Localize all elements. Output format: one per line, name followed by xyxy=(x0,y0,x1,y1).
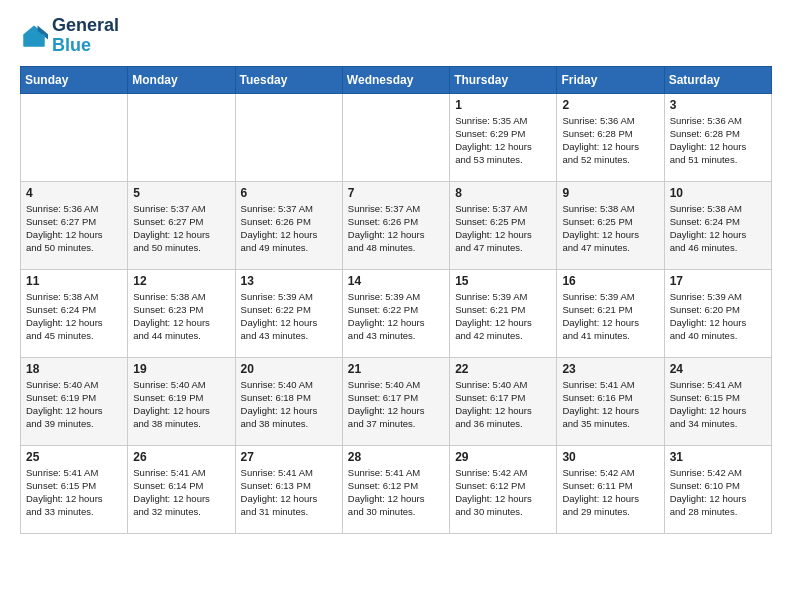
day-detail: Sunrise: 5:42 AM Sunset: 6:11 PM Dayligh… xyxy=(562,466,658,519)
calendar-cell: 1Sunrise: 5:35 AM Sunset: 6:29 PM Daylig… xyxy=(450,93,557,181)
day-detail: Sunrise: 5:42 AM Sunset: 6:12 PM Dayligh… xyxy=(455,466,551,519)
calendar-week-row: 18Sunrise: 5:40 AM Sunset: 6:19 PM Dayli… xyxy=(21,357,772,445)
calendar-cell: 5Sunrise: 5:37 AM Sunset: 6:27 PM Daylig… xyxy=(128,181,235,269)
calendar-cell: 3Sunrise: 5:36 AM Sunset: 6:28 PM Daylig… xyxy=(664,93,771,181)
day-detail: Sunrise: 5:36 AM Sunset: 6:28 PM Dayligh… xyxy=(562,114,658,167)
day-detail: Sunrise: 5:37 AM Sunset: 6:26 PM Dayligh… xyxy=(348,202,444,255)
day-detail: Sunrise: 5:39 AM Sunset: 6:21 PM Dayligh… xyxy=(455,290,551,343)
day-number: 16 xyxy=(562,274,658,288)
calendar-cell: 2Sunrise: 5:36 AM Sunset: 6:28 PM Daylig… xyxy=(557,93,664,181)
calendar-cell: 11Sunrise: 5:38 AM Sunset: 6:24 PM Dayli… xyxy=(21,269,128,357)
calendar-cell xyxy=(342,93,449,181)
calendar-cell xyxy=(21,93,128,181)
weekday-header: Monday xyxy=(128,66,235,93)
calendar-cell: 24Sunrise: 5:41 AM Sunset: 6:15 PM Dayli… xyxy=(664,357,771,445)
day-detail: Sunrise: 5:41 AM Sunset: 6:13 PM Dayligh… xyxy=(241,466,337,519)
calendar-week-row: 25Sunrise: 5:41 AM Sunset: 6:15 PM Dayli… xyxy=(21,445,772,533)
day-detail: Sunrise: 5:38 AM Sunset: 6:24 PM Dayligh… xyxy=(670,202,766,255)
day-number: 8 xyxy=(455,186,551,200)
day-detail: Sunrise: 5:40 AM Sunset: 6:17 PM Dayligh… xyxy=(348,378,444,431)
day-detail: Sunrise: 5:41 AM Sunset: 6:15 PM Dayligh… xyxy=(26,466,122,519)
day-number: 11 xyxy=(26,274,122,288)
calendar-cell: 26Sunrise: 5:41 AM Sunset: 6:14 PM Dayli… xyxy=(128,445,235,533)
day-detail: Sunrise: 5:40 AM Sunset: 6:19 PM Dayligh… xyxy=(133,378,229,431)
calendar-cell: 15Sunrise: 5:39 AM Sunset: 6:21 PM Dayli… xyxy=(450,269,557,357)
weekday-header: Saturday xyxy=(664,66,771,93)
day-number: 20 xyxy=(241,362,337,376)
day-number: 12 xyxy=(133,274,229,288)
calendar-cell: 13Sunrise: 5:39 AM Sunset: 6:22 PM Dayli… xyxy=(235,269,342,357)
weekday-header: Thursday xyxy=(450,66,557,93)
day-number: 4 xyxy=(26,186,122,200)
day-detail: Sunrise: 5:39 AM Sunset: 6:20 PM Dayligh… xyxy=(670,290,766,343)
calendar-cell: 12Sunrise: 5:38 AM Sunset: 6:23 PM Dayli… xyxy=(128,269,235,357)
day-number: 21 xyxy=(348,362,444,376)
weekday-header: Sunday xyxy=(21,66,128,93)
day-number: 9 xyxy=(562,186,658,200)
calendar-header-row: SundayMondayTuesdayWednesdayThursdayFrid… xyxy=(21,66,772,93)
day-number: 15 xyxy=(455,274,551,288)
calendar-week-row: 11Sunrise: 5:38 AM Sunset: 6:24 PM Dayli… xyxy=(21,269,772,357)
day-number: 23 xyxy=(562,362,658,376)
calendar-cell: 20Sunrise: 5:40 AM Sunset: 6:18 PM Dayli… xyxy=(235,357,342,445)
calendar-cell: 29Sunrise: 5:42 AM Sunset: 6:12 PM Dayli… xyxy=(450,445,557,533)
day-detail: Sunrise: 5:35 AM Sunset: 6:29 PM Dayligh… xyxy=(455,114,551,167)
day-number: 19 xyxy=(133,362,229,376)
day-number: 25 xyxy=(26,450,122,464)
day-number: 30 xyxy=(562,450,658,464)
day-number: 1 xyxy=(455,98,551,112)
day-detail: Sunrise: 5:37 AM Sunset: 6:27 PM Dayligh… xyxy=(133,202,229,255)
svg-rect-2 xyxy=(24,34,45,46)
day-detail: Sunrise: 5:37 AM Sunset: 6:26 PM Dayligh… xyxy=(241,202,337,255)
day-number: 2 xyxy=(562,98,658,112)
page-header: General Blue xyxy=(20,16,772,56)
day-number: 24 xyxy=(670,362,766,376)
day-detail: Sunrise: 5:40 AM Sunset: 6:17 PM Dayligh… xyxy=(455,378,551,431)
logo-icon xyxy=(20,22,48,50)
calendar-cell: 8Sunrise: 5:37 AM Sunset: 6:25 PM Daylig… xyxy=(450,181,557,269)
day-detail: Sunrise: 5:38 AM Sunset: 6:25 PM Dayligh… xyxy=(562,202,658,255)
calendar-cell: 6Sunrise: 5:37 AM Sunset: 6:26 PM Daylig… xyxy=(235,181,342,269)
calendar-cell: 19Sunrise: 5:40 AM Sunset: 6:19 PM Dayli… xyxy=(128,357,235,445)
day-detail: Sunrise: 5:42 AM Sunset: 6:10 PM Dayligh… xyxy=(670,466,766,519)
day-detail: Sunrise: 5:40 AM Sunset: 6:19 PM Dayligh… xyxy=(26,378,122,431)
day-number: 17 xyxy=(670,274,766,288)
day-detail: Sunrise: 5:41 AM Sunset: 6:15 PM Dayligh… xyxy=(670,378,766,431)
day-detail: Sunrise: 5:41 AM Sunset: 6:14 PM Dayligh… xyxy=(133,466,229,519)
day-detail: Sunrise: 5:39 AM Sunset: 6:21 PM Dayligh… xyxy=(562,290,658,343)
day-number: 28 xyxy=(348,450,444,464)
calendar-cell: 28Sunrise: 5:41 AM Sunset: 6:12 PM Dayli… xyxy=(342,445,449,533)
calendar-cell: 16Sunrise: 5:39 AM Sunset: 6:21 PM Dayli… xyxy=(557,269,664,357)
calendar-week-row: 1Sunrise: 5:35 AM Sunset: 6:29 PM Daylig… xyxy=(21,93,772,181)
calendar-cell: 7Sunrise: 5:37 AM Sunset: 6:26 PM Daylig… xyxy=(342,181,449,269)
logo: General Blue xyxy=(20,16,119,56)
calendar-cell: 27Sunrise: 5:41 AM Sunset: 6:13 PM Dayli… xyxy=(235,445,342,533)
logo-text: General Blue xyxy=(52,16,119,56)
calendar-cell: 22Sunrise: 5:40 AM Sunset: 6:17 PM Dayli… xyxy=(450,357,557,445)
day-number: 10 xyxy=(670,186,766,200)
day-number: 27 xyxy=(241,450,337,464)
day-number: 5 xyxy=(133,186,229,200)
calendar-cell: 14Sunrise: 5:39 AM Sunset: 6:22 PM Dayli… xyxy=(342,269,449,357)
calendar-cell: 23Sunrise: 5:41 AM Sunset: 6:16 PM Dayli… xyxy=(557,357,664,445)
calendar-table: SundayMondayTuesdayWednesdayThursdayFrid… xyxy=(20,66,772,534)
day-number: 14 xyxy=(348,274,444,288)
calendar-week-row: 4Sunrise: 5:36 AM Sunset: 6:27 PM Daylig… xyxy=(21,181,772,269)
calendar-cell: 25Sunrise: 5:41 AM Sunset: 6:15 PM Dayli… xyxy=(21,445,128,533)
weekday-header: Wednesday xyxy=(342,66,449,93)
calendar-cell xyxy=(128,93,235,181)
day-detail: Sunrise: 5:41 AM Sunset: 6:16 PM Dayligh… xyxy=(562,378,658,431)
calendar-cell: 18Sunrise: 5:40 AM Sunset: 6:19 PM Dayli… xyxy=(21,357,128,445)
day-detail: Sunrise: 5:40 AM Sunset: 6:18 PM Dayligh… xyxy=(241,378,337,431)
day-number: 29 xyxy=(455,450,551,464)
day-number: 18 xyxy=(26,362,122,376)
calendar-cell: 9Sunrise: 5:38 AM Sunset: 6:25 PM Daylig… xyxy=(557,181,664,269)
day-number: 13 xyxy=(241,274,337,288)
day-detail: Sunrise: 5:41 AM Sunset: 6:12 PM Dayligh… xyxy=(348,466,444,519)
day-detail: Sunrise: 5:39 AM Sunset: 6:22 PM Dayligh… xyxy=(241,290,337,343)
weekday-header: Tuesday xyxy=(235,66,342,93)
day-number: 22 xyxy=(455,362,551,376)
calendar-cell: 4Sunrise: 5:36 AM Sunset: 6:27 PM Daylig… xyxy=(21,181,128,269)
day-detail: Sunrise: 5:39 AM Sunset: 6:22 PM Dayligh… xyxy=(348,290,444,343)
day-number: 7 xyxy=(348,186,444,200)
